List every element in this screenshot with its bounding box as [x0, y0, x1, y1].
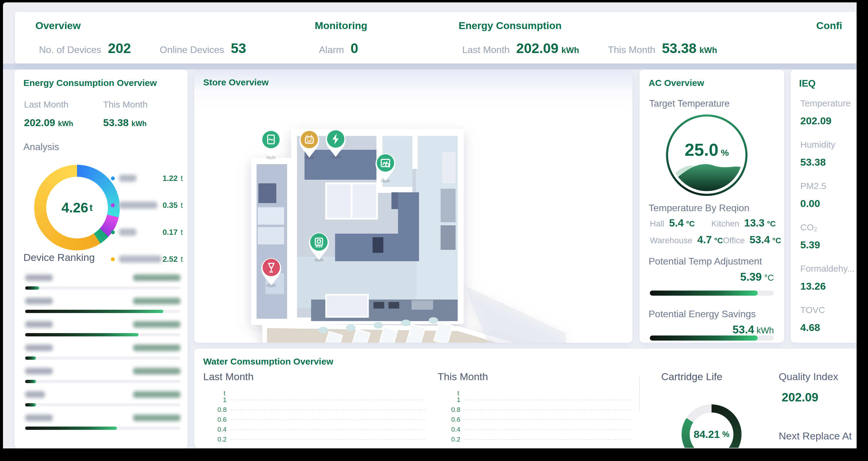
ieq-panel: IEQ Temperature 202.09 Humidity 53.38 PM…	[791, 69, 857, 343]
ranking-label-redacted	[25, 415, 53, 421]
gridline	[231, 439, 425, 440]
temperature-by-region-label: Temperature By Reqion	[649, 202, 749, 213]
energy-last-month-value: 202.09 kWh	[24, 117, 73, 129]
analysis-donut-total: 4.26t	[34, 165, 120, 251]
legend-value: 2.52t	[162, 255, 183, 264]
last-month-value: 202.09	[516, 40, 558, 56]
legend-value: 0.17t	[162, 228, 183, 237]
legend-label-redacted	[119, 175, 136, 182]
overview-title: Overview	[35, 20, 81, 31]
quality-index-label: Quality Index	[779, 371, 838, 383]
region-office: Office 53.4 °C	[723, 234, 781, 245]
gridline	[231, 400, 425, 400]
ieq-tovc: TOVC 4.68	[800, 305, 825, 333]
analysis-legend: 1.22t 0.35t 0.17t 2.52t	[111, 165, 183, 272]
gridline	[465, 400, 631, 400]
alarm-value: 0	[351, 40, 359, 56]
ieq-co2: CO₂ 5.39	[800, 222, 820, 251]
ranking-row[interactable]	[25, 389, 180, 412]
overview-header-bar: Overview No. of Devices 202 Online Devic…	[15, 12, 857, 64]
ranking-bar	[25, 357, 180, 360]
legend-dot	[111, 257, 115, 261]
region-hall: Hall 5.4 °C	[650, 217, 711, 229]
alarm-label: Alarm	[319, 44, 344, 56]
display-pin[interactable]	[261, 130, 281, 159]
store-floor-plan[interactable]	[236, 94, 584, 343]
ranking-label-redacted	[25, 321, 53, 328]
this-month-value: 53.38	[662, 40, 696, 56]
ranking-row[interactable]	[25, 342, 180, 365]
ranking-bar	[25, 427, 180, 430]
ac-panel-title: AC Overview	[649, 78, 704, 88]
ranking-row[interactable]	[25, 295, 180, 319]
ranking-value-redacted	[133, 415, 180, 421]
region-temperatures: Hall 5.4 °C Kitchen 13.3 °C Warehouse 4.…	[650, 217, 776, 251]
energy-this-month-label: This Month	[103, 99, 148, 110]
water-this-month-label: This Month	[438, 371, 488, 383]
next-replace-label: Next Replace At	[779, 430, 852, 442]
header-shadow-strip	[3, 64, 857, 69]
device-count-value: 202	[108, 40, 131, 56]
analysis-label: Analysis	[23, 141, 59, 153]
target-temperature-gauge[interactable]: 25.0%	[666, 114, 747, 196]
this-month-label: This Month	[608, 44, 655, 56]
legend-item[interactable]: 1.22t	[111, 165, 183, 192]
gridline	[231, 409, 425, 410]
ranking-row[interactable]	[25, 412, 180, 435]
potential-energy-savings-value: 53.4kWh	[733, 324, 774, 336]
ieq-humidity: Humidity 53.38	[800, 140, 835, 168]
gridline	[465, 439, 631, 440]
config-nav-link[interactable]: Confi	[816, 20, 842, 31]
legend-value: 1.22t	[162, 174, 183, 183]
gridline	[465, 409, 631, 410]
ranking-value-redacted	[133, 321, 180, 328]
temp-adjustment-bar	[650, 291, 774, 296]
ranking-value-redacted	[133, 298, 180, 304]
potential-energy-savings-label: Potential Energy Savings	[649, 308, 756, 320]
energy-consumption-overview-panel: Energy Consumption Overview Last Month T…	[14, 69, 188, 449]
water-last-month-label: Last Month	[203, 371, 254, 383]
energy-consumption-title: Energy Consumption	[459, 20, 562, 31]
energy-panel-title: Energy Consumption Overview	[23, 78, 157, 88]
online-devices-label: Online Devices	[160, 44, 224, 56]
ranking-bar	[25, 333, 180, 336]
ranking-label-redacted	[25, 391, 45, 398]
quality-index-value: 202.09	[782, 391, 818, 404]
energy-savings-bar	[650, 335, 774, 340]
ranking-label-redacted	[25, 274, 53, 281]
ranking-bar	[25, 310, 180, 313]
device-ranking-list	[25, 272, 180, 435]
cartridge-life-label: Cartridge Life	[661, 371, 722, 383]
cartridge-life-value: 84.21%	[682, 404, 742, 448]
gridline	[231, 419, 425, 420]
target-temperature-value: 25.0%	[666, 140, 747, 160]
ranking-value-redacted	[133, 391, 180, 398]
last-month-unit: kWh	[561, 45, 579, 55]
ranking-row[interactable]	[25, 319, 180, 342]
legend-label-redacted	[119, 229, 136, 236]
legend-item[interactable]: 0.35t	[111, 192, 183, 219]
legend-item[interactable]: 2.52t	[111, 245, 183, 272]
legend-item[interactable]: 0.17t	[111, 219, 183, 245]
gridline	[465, 419, 631, 420]
legend-label-redacted	[119, 256, 161, 263]
store-overview-panel: Store Overview	[194, 69, 632, 343]
ranking-row[interactable]	[25, 365, 180, 389]
energy-this-month-value: 53.38 kWh	[103, 117, 147, 129]
legend-label-redacted	[119, 202, 157, 209]
target-temperature-label: Target Temperature	[649, 98, 730, 109]
gridline	[465, 429, 631, 430]
ranking-bar	[25, 286, 180, 290]
ranking-bar	[25, 403, 180, 406]
water-consumption-panel: Water Comsumption Overview Last Month t …	[194, 349, 857, 448]
ac-overview-panel: AC Overview Target Temperature 25.0% Tem…	[640, 69, 784, 343]
water-panel-title: Water Comsumption Overview	[203, 357, 333, 367]
region-kitchen: Kitchen 13.3 °C	[711, 217, 776, 229]
energy-last-month-label: Last Month	[24, 99, 68, 110]
last-month-label: Last Month	[462, 44, 509, 56]
ranking-label-redacted	[25, 344, 53, 351]
monitoring-title: Monitoring	[315, 20, 368, 31]
ieq-formaldehyde: Formaldehy... 13.26	[800, 264, 855, 292]
potential-temp-adjustment-label: Potential Temp Adjustment	[649, 256, 762, 267]
ranking-row[interactable]	[25, 272, 180, 295]
